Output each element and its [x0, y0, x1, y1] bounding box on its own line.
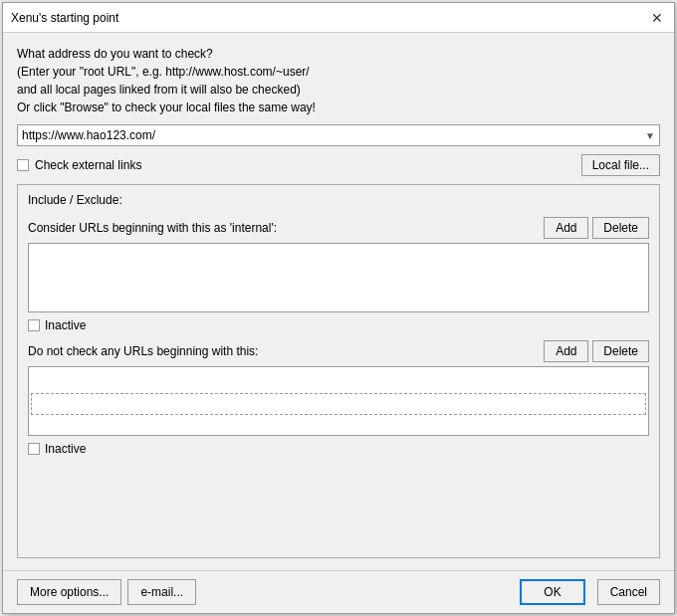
internal-delete-button[interactable]: Delete	[592, 217, 649, 239]
exclude-urls-label: Do not check any URLs beginning with thi…	[28, 344, 538, 358]
desc-line4: Or click "Browse" to check your local fi…	[17, 99, 660, 116]
local-file-button[interactable]: Local file...	[581, 154, 660, 176]
exclude-inactive-row: Inactive	[28, 442, 649, 456]
exclude-delete-button[interactable]: Delete	[592, 340, 649, 362]
close-button[interactable]: ✕	[648, 9, 666, 27]
check-external-row: Check external links Local file...	[17, 154, 660, 176]
desc-line2: (Enter your "root URL", e.g. http://www.…	[17, 63, 660, 81]
desc-line3: and all local pages linked from it will …	[17, 81, 660, 99]
internal-urls-label: Consider URLs beginning with this as 'in…	[28, 221, 538, 235]
check-external-label: Check external links	[35, 158, 141, 172]
internal-urls-list-inner	[29, 244, 648, 311]
url-value: https://www.hao123.com/	[22, 128, 155, 142]
cancel-button[interactable]: Cancel	[597, 579, 660, 605]
exclude-inactive-checkbox[interactable]	[28, 443, 40, 455]
exclude-urls-buttons: Add Delete	[544, 340, 649, 362]
dialog-content: What address do you want to check? (Ente…	[3, 33, 674, 570]
include-exclude-title: Include / Exclude:	[28, 193, 649, 207]
ok-button[interactable]: OK	[520, 579, 584, 605]
internal-urls-header: Consider URLs beginning with this as 'in…	[28, 217, 649, 239]
url-input-row: https://www.hao123.com/ ▼	[17, 124, 660, 146]
check-external-checkbox[interactable]	[17, 159, 29, 171]
exclude-urls-listbox[interactable]	[28, 366, 649, 436]
description-block: What address do you want to check? (Ente…	[17, 45, 660, 116]
exclude-urls-header: Do not check any URLs beginning with thi…	[28, 340, 649, 362]
more-options-button[interactable]: More options...	[17, 579, 121, 605]
internal-urls-buttons: Add Delete	[544, 217, 649, 239]
internal-urls-subsection: Consider URLs beginning with this as 'in…	[28, 217, 649, 332]
dashed-selection-indicator	[31, 393, 646, 415]
internal-urls-listbox[interactable]	[28, 243, 649, 312]
internal-add-button[interactable]: Add	[544, 217, 588, 239]
exclude-inactive-label: Inactive	[45, 442, 86, 456]
dialog-window: Xenu's starting point ✕ What address do …	[2, 2, 675, 614]
url-combobox[interactable]: https://www.hao123.com/ ▼	[17, 124, 660, 146]
desc-line1: What address do you want to check?	[17, 45, 660, 63]
exclude-add-button[interactable]: Add	[544, 340, 588, 362]
internal-inactive-label: Inactive	[45, 318, 86, 332]
internal-inactive-checkbox[interactable]	[28, 319, 40, 331]
email-button[interactable]: e-mail...	[127, 579, 196, 605]
internal-inactive-row: Inactive	[28, 318, 649, 332]
exclude-urls-subsection: Do not check any URLs beginning with thi…	[28, 340, 649, 456]
bottom-buttons-bar: More options... e-mail... OK Cancel	[3, 570, 674, 613]
window-title: Xenu's starting point	[11, 11, 118, 25]
dropdown-arrow-icon: ▼	[645, 130, 655, 141]
title-bar: Xenu's starting point ✕	[3, 3, 674, 33]
include-exclude-section: Include / Exclude: Consider URLs beginni…	[17, 184, 660, 558]
